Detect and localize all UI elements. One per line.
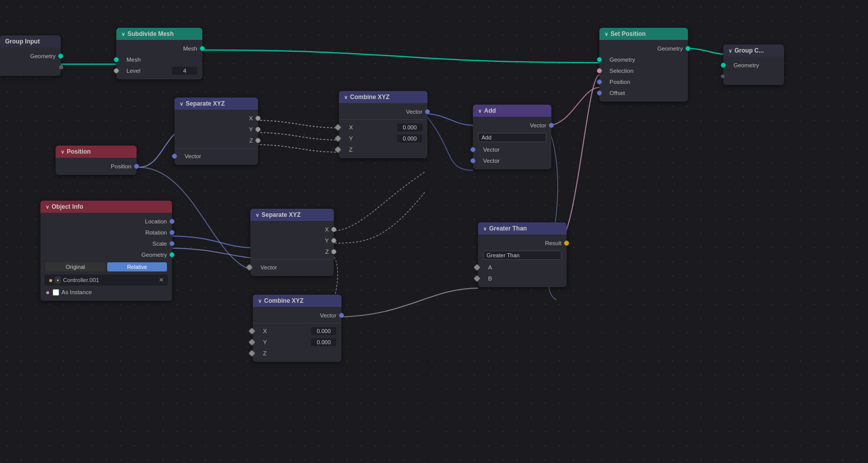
x-in-diamond[interactable]	[334, 124, 341, 131]
as-instance-checkbox[interactable]	[53, 289, 59, 296]
result-socket[interactable]	[564, 241, 569, 246]
obj-name[interactable]: Controller.001	[63, 277, 157, 283]
comb-bot-x-val[interactable]: 0.000	[311, 327, 336, 335]
add-vector-out: Vector	[473, 120, 551, 131]
geometry-output-socket[interactable]	[58, 54, 63, 59]
subdivide-mesh-input-row: Mesh	[116, 54, 202, 65]
y-out-socket[interactable]	[255, 127, 261, 132]
location-label: Location	[145, 218, 167, 224]
mesh-out-label: Mesh	[183, 45, 197, 52]
location-socket[interactable]	[169, 219, 175, 224]
gt-b-socket[interactable]	[473, 275, 481, 282]
subdivide-mesh-node: ∨ Subdivide Mesh Mesh Mesh Level 4	[116, 28, 202, 79]
obj-controller-row: ● ▪ Controller.001 ✕	[45, 274, 168, 286]
rotation-socket[interactable]	[169, 230, 175, 235]
gt-operation-select[interactable]: Greater Than	[483, 251, 561, 260]
obj-color-dot: ●	[49, 276, 53, 284]
y-in-diamond[interactable]	[334, 135, 341, 142]
x-out-label: X	[249, 115, 253, 121]
comb-bot-z-in: Z	[253, 348, 341, 359]
add-node: ∨ Add Vector Add Vector Vector	[473, 105, 551, 169]
add-v1-socket[interactable]	[470, 147, 475, 152]
y-val-comb[interactable]: 0.000	[397, 134, 422, 143]
rotation-label: Rotation	[145, 229, 167, 236]
obj-geometry-socket[interactable]	[169, 252, 175, 257]
group-input-header: Group Input	[0, 35, 61, 48]
comb-bot-y-diamond[interactable]	[248, 339, 255, 346]
add-v2-socket[interactable]	[470, 158, 475, 163]
bot-x-label: X	[325, 226, 329, 233]
z-in-diamond[interactable]	[334, 146, 341, 153]
position-out-socket[interactable]	[134, 164, 139, 169]
sep-xyz-top-header: ∨ Separate XYZ	[175, 98, 258, 110]
bot-z-label: Z	[325, 249, 329, 255]
group-out-extra-row	[723, 71, 784, 82]
original-button[interactable]: Original	[46, 262, 105, 271]
add-title: Add	[484, 107, 496, 114]
relative-button[interactable]: Relative	[107, 262, 167, 271]
comb-bot-y-label: Y	[263, 339, 267, 345]
comb-xyz-top-y-in: Y 0.000	[339, 133, 427, 144]
bot-vector-label: Vector	[261, 264, 277, 270]
comb-bot-z-diamond[interactable]	[248, 350, 255, 357]
y-out-label: Y	[249, 126, 253, 132]
comb-xyz-top-x-in: X 0.000	[339, 122, 427, 133]
gt-a-socket[interactable]	[473, 264, 481, 271]
x-label-comb: X	[349, 124, 353, 130]
bot-y-socket[interactable]	[331, 238, 336, 243]
object-info-title: Object Info	[52, 203, 83, 210]
obj-remove-icon[interactable]: ✕	[159, 276, 164, 284]
add-vector-out-socket[interactable]	[549, 123, 554, 128]
z-out-socket[interactable]	[255, 138, 261, 143]
comb-bot-vec-socket[interactable]	[339, 313, 344, 318]
mesh-output-socket[interactable]	[200, 46, 205, 51]
offset-socket[interactable]	[597, 90, 602, 96]
group-output-node: ∨ Group C... Geometry	[723, 44, 784, 85]
level-value[interactable]: 4	[172, 67, 197, 75]
comb-bot-x-diamond[interactable]	[248, 328, 255, 335]
geometry-out-socket[interactable]	[685, 46, 690, 51]
sep-vector-in-socket[interactable]	[172, 154, 177, 159]
combine-xyz-top-node: ∨ Combine XYZ Vector X 0.000 Y 0.000 Z	[339, 91, 427, 158]
sep-xyz-top-x-out: X	[175, 113, 258, 124]
selection-socket[interactable]	[597, 68, 602, 73]
gt-a-in: A	[478, 262, 567, 273]
a-label: A	[488, 264, 492, 270]
comb-xyz-top-z-in: Z	[339, 144, 427, 155]
obj-geometry-row: Geometry	[40, 249, 172, 260]
obj-geometry-label: Geometry	[142, 252, 167, 258]
position-socket[interactable]	[597, 79, 602, 84]
bot-x-socket[interactable]	[331, 227, 336, 232]
x-val-comb[interactable]: 0.000	[397, 123, 422, 131]
add-vector1-in: Vector	[473, 144, 551, 155]
comb-bot-y-val[interactable]: 0.000	[311, 338, 336, 346]
bot-z-socket[interactable]	[331, 249, 336, 254]
subdivide-mesh-title: Subdivide Mesh	[127, 30, 173, 37]
x-out-socket[interactable]	[255, 116, 261, 121]
greater-than-node: ∨ Greater Than Result Greater Than A B	[478, 222, 567, 287]
bot-vector-socket[interactable]	[246, 264, 253, 271]
set-position-header: ∨ Set Position	[599, 28, 688, 40]
z-out-label: Z	[249, 137, 253, 144]
greater-than-title: Greater Than	[489, 225, 527, 232]
level-input-socket[interactable]	[114, 68, 119, 73]
comb-xyz-bot-header: ∨ Combine XYZ	[253, 295, 341, 307]
set-position-chevron: ∨	[604, 31, 608, 37]
vector-out-socket[interactable]	[425, 109, 430, 114]
combine-xyz-bottom-node: ∨ Combine XYZ Vector X 0.000 Y 0.000 Z	[253, 295, 341, 362]
add-operation-select[interactable]: Add	[478, 133, 546, 142]
selection-label: Selection	[610, 68, 633, 74]
geometry-in-socket[interactable]	[597, 57, 602, 62]
greater-than-header: ∨ Greater Than	[478, 222, 567, 235]
mesh-input-socket[interactable]	[114, 57, 119, 62]
scale-socket[interactable]	[169, 241, 175, 246]
position-out-label: Position	[111, 163, 132, 169]
group-out-geom-socket[interactable]	[721, 63, 726, 68]
geometry-label: Geometry	[30, 53, 56, 59]
level-label: Level	[126, 68, 141, 74]
bot-y-label: Y	[325, 238, 329, 244]
gt-chevron: ∨	[483, 226, 487, 232]
sep-xyz-bot-chevron: ∨	[255, 212, 259, 218]
sep-bot-x-out: X	[250, 224, 334, 235]
sep-xyz-top-y-out: Y	[175, 124, 258, 135]
